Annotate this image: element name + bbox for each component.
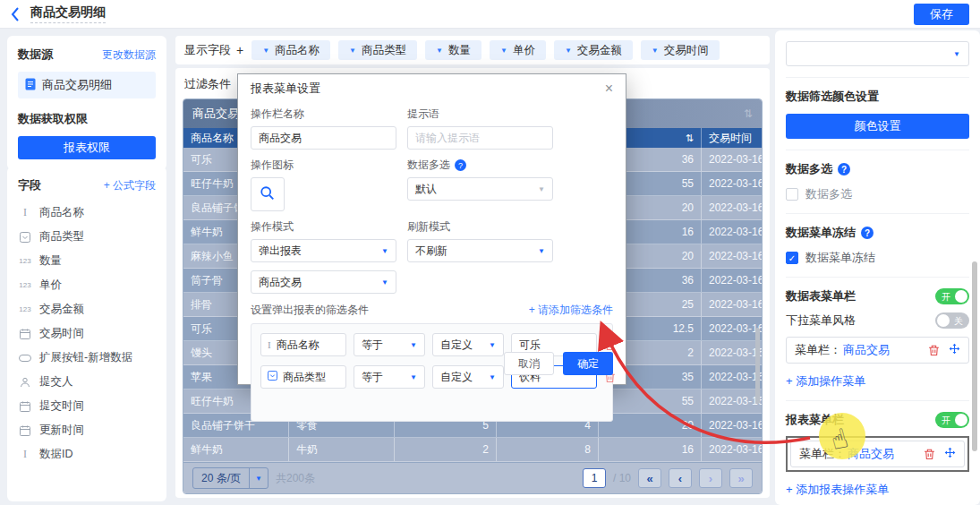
- field-item[interactable]: I商品名称: [18, 201, 156, 225]
- next-page-button[interactable]: ›: [699, 468, 722, 488]
- page-size-select[interactable]: 20 条/页 ▼: [192, 467, 268, 489]
- chevron-down-icon: ▼: [381, 247, 388, 255]
- help-icon[interactable]: ?: [861, 227, 873, 239]
- column-header[interactable]: 交易时间: [702, 128, 762, 148]
- multi-select-title: 数据多选: [786, 161, 832, 177]
- mode-select[interactable]: 弹出报表▼: [251, 239, 396, 262]
- icon-picker-button[interactable]: [251, 177, 285, 211]
- chevron-down-icon: ▼: [953, 50, 960, 58]
- action-name-input[interactable]: [251, 126, 396, 150]
- delete-condition-icon[interactable]: [604, 339, 616, 351]
- save-button[interactable]: 保存: [914, 4, 969, 25]
- dropdown-style-toggle[interactable]: 关: [935, 312, 969, 329]
- top-bar: 商品交易明细 保存: [0, 0, 980, 29]
- total-count: 共200条: [276, 471, 315, 486]
- chevron-down-icon: ▼: [652, 47, 659, 55]
- sort-icon[interactable]: ⇅: [686, 133, 694, 144]
- field-item[interactable]: 提交时间: [18, 394, 156, 418]
- confirm-button[interactable]: 确定: [563, 352, 613, 375]
- color-settings-button[interactable]: 颜色设置: [786, 114, 969, 139]
- report-menu-toggle[interactable]: 开: [935, 412, 969, 428]
- value-type-select[interactable]: 自定义▼: [432, 365, 504, 389]
- first-page-button[interactable]: «: [638, 468, 661, 488]
- sort-icon[interactable]: ⇅: [744, 107, 753, 120]
- chevron-down-icon: ▼: [489, 373, 496, 381]
- menu-freeze-checkbox-row[interactable]: ✓ 数据菜单冻结: [786, 250, 969, 266]
- checkbox-unchecked-icon[interactable]: [786, 188, 798, 201]
- field-item[interactable]: 123单价: [18, 273, 156, 297]
- field-item[interactable]: 提交人: [18, 370, 156, 394]
- panel-scrollbar[interactable]: [972, 261, 977, 451]
- report-menu-title: 报表菜单栏: [786, 412, 844, 428]
- field-item[interactable]: 更新时间: [18, 418, 156, 442]
- field-chip[interactable]: ▼商品类型: [338, 40, 417, 60]
- prev-page-button[interactable]: ‹: [669, 468, 692, 488]
- color-settings-title: 数据筛选颜色设置: [786, 89, 969, 105]
- field-chip[interactable]: I商品名称: [260, 333, 346, 356]
- checkbox-checked-icon[interactable]: ✓: [786, 252, 798, 264]
- field-item[interactable]: 123交易金额: [18, 297, 156, 321]
- help-icon[interactable]: ?: [838, 163, 850, 175]
- report-menu-item-box[interactable]: 菜单栏： 商品交易: [790, 441, 965, 467]
- chevron-down-icon: ▼: [410, 373, 417, 381]
- formula-field-link[interactable]: + 公式字段: [104, 178, 156, 193]
- datasource-item[interactable]: 商品交易明细: [18, 72, 156, 98]
- field-chip[interactable]: 商品类型: [260, 365, 346, 389]
- field-item[interactable]: I数据ID: [18, 442, 156, 466]
- field-chip[interactable]: ▼交易时间: [641, 40, 720, 60]
- help-icon[interactable]: ?: [455, 159, 466, 171]
- move-icon[interactable]: [944, 447, 956, 461]
- field-item[interactable]: 123数量: [18, 249, 156, 273]
- refresh-select[interactable]: 不刷新▼: [407, 239, 553, 262]
- pagination-bar: 20 条/页 ▼ 共200条 1 / 10 « ‹ › »: [183, 462, 762, 493]
- trash-icon[interactable]: [928, 345, 940, 356]
- report-permission-button[interactable]: 报表权限: [18, 136, 156, 159]
- chevron-down-icon: ▼: [500, 47, 507, 55]
- text-icon: I: [18, 448, 32, 461]
- display-fields-label: 显示字段: [184, 42, 231, 58]
- table-scrollbar[interactable]: [755, 328, 760, 404]
- table-row[interactable]: 鲜牛奶牛奶28162022-03-16 15:: [183, 438, 762, 462]
- field-chip[interactable]: ▼商品名称: [251, 40, 330, 60]
- field-item[interactable]: 交易时间: [18, 321, 156, 346]
- display-fields-toolbar: 显示字段 + ▼商品名称 ▼商品类型 ▼数量 ▼单价 ▼交易金额 ▼交易时间: [175, 36, 770, 64]
- report-select[interactable]: 商品交易▼: [251, 270, 396, 294]
- value-type-select[interactable]: 自定义▼: [432, 333, 504, 356]
- table-menu-toggle[interactable]: 开: [935, 288, 969, 304]
- settings-panel: ▼ 数据筛选颜色设置 颜色设置 数据多选? 数据多选 数据菜单冻结? ✓ 数据菜…: [775, 30, 980, 505]
- close-icon[interactable]: ×: [605, 81, 613, 96]
- number-icon: 123: [18, 257, 32, 265]
- tip-input[interactable]: [407, 126, 553, 150]
- multi-label: 数据多选: [407, 158, 450, 173]
- add-field-icon[interactable]: +: [236, 43, 243, 57]
- trash-icon[interactable]: [924, 449, 935, 460]
- move-icon[interactable]: [949, 343, 960, 357]
- operator-select[interactable]: 等于▼: [354, 333, 425, 356]
- add-report-menu-link[interactable]: + 添加报表操作菜单: [786, 482, 969, 498]
- datasource-item-label: 商品交易明细: [42, 77, 112, 93]
- field-item[interactable]: 商品类型: [18, 225, 156, 249]
- menu-item-box[interactable]: 菜单栏： 商品交易: [786, 337, 969, 364]
- cancel-button[interactable]: 取消: [504, 352, 554, 375]
- chevron-down-icon: ▼: [489, 341, 496, 349]
- action-name-label: 操作栏名称: [251, 107, 396, 122]
- chevron-down-icon: ▼: [381, 278, 388, 287]
- change-datasource-link[interactable]: 更改数据源: [102, 47, 156, 63]
- add-condition-link[interactable]: + 请添加筛选条件: [529, 303, 613, 318]
- multi-select-checkbox-row[interactable]: 数据多选: [786, 186, 969, 202]
- field-chip[interactable]: ▼交易金额: [554, 40, 633, 60]
- chevron-down-icon: ▼: [436, 47, 443, 55]
- back-icon[interactable]: [11, 7, 20, 21]
- panel-top-select[interactable]: ▼: [786, 41, 969, 66]
- chevron-down-icon: ▼: [410, 341, 417, 349]
- field-item[interactable]: 扩展按钮-新增数据: [18, 346, 156, 370]
- last-page-button[interactable]: »: [729, 468, 753, 488]
- permission-title: 数据获取权限: [18, 111, 156, 127]
- add-menu-link[interactable]: + 添加操作菜单: [786, 373, 969, 389]
- page-input[interactable]: 1: [583, 468, 606, 488]
- multi-select[interactable]: 默认▼: [407, 177, 553, 201]
- field-chip[interactable]: ▼单价: [490, 40, 546, 60]
- operator-select[interactable]: 等于▼: [354, 365, 425, 389]
- field-chip[interactable]: ▼数量: [425, 40, 481, 60]
- menu-freeze-title: 数据菜单冻结: [786, 225, 856, 241]
